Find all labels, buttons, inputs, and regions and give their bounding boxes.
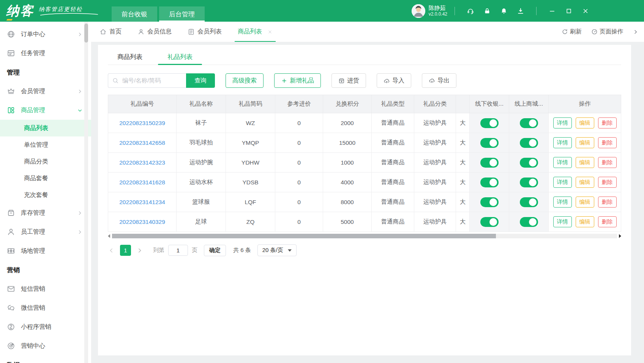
list-type-tab[interactable]: 商品列表 bbox=[108, 49, 152, 65]
cell-category: 运动护具 bbox=[414, 192, 456, 212]
detail-button[interactable]: 详情 bbox=[553, 137, 572, 148]
query-button[interactable]: 查询 bbox=[186, 73, 215, 88]
delete-button[interactable]: 删除 bbox=[598, 197, 617, 208]
close-button[interactable] bbox=[582, 8, 589, 14]
support-icon[interactable] bbox=[467, 7, 474, 15]
scroll-right-icon[interactable] bbox=[619, 234, 621, 238]
sidebar-item[interactable]: 小程序营销 bbox=[0, 317, 91, 336]
toolbar-button[interactable]: 高级搜索 bbox=[226, 73, 264, 88]
sidebar-subitem[interactable]: 商品分类 bbox=[0, 153, 91, 170]
online-toggle-cell bbox=[509, 113, 549, 133]
lock-icon[interactable] bbox=[483, 7, 491, 15]
edit-button[interactable]: 编辑 bbox=[576, 216, 594, 227]
offline-toggle[interactable] bbox=[480, 178, 499, 187]
sidebar-item[interactable]: 微信营销 bbox=[0, 298, 91, 317]
detail-button[interactable]: 详情 bbox=[553, 197, 572, 208]
offline-toggle[interactable] bbox=[480, 217, 499, 227]
sidebar-item[interactable]: 库存管理 bbox=[0, 203, 91, 222]
prev-page-button[interactable] bbox=[108, 247, 115, 254]
gift-id-link[interactable]: 20220823142658 bbox=[108, 133, 177, 153]
online-toggle[interactable] bbox=[520, 178, 538, 187]
detail-button[interactable]: 详情 bbox=[553, 177, 572, 188]
sidebar-subitem[interactable]: 单位管理 bbox=[0, 136, 91, 153]
cloud-down-icon bbox=[429, 78, 435, 84]
chevron-right-icon[interactable] bbox=[633, 29, 639, 35]
task-icon bbox=[7, 49, 15, 57]
sidebar-item[interactable]: 商品管理 bbox=[0, 101, 91, 120]
sidebar-item-label: 会员管理 bbox=[21, 87, 45, 95]
refresh-button[interactable]: 刷新 bbox=[562, 28, 582, 36]
sidebar-subitem[interactable]: 商品列表 bbox=[0, 120, 91, 136]
scroll-left-icon[interactable] bbox=[108, 234, 110, 238]
confirm-page-button[interactable]: 确定 bbox=[204, 245, 226, 256]
edit-button[interactable]: 编辑 bbox=[576, 157, 594, 168]
download-icon[interactable] bbox=[517, 7, 524, 15]
sidebar-item[interactable]: 员工管理 bbox=[0, 222, 91, 241]
offline-toggle[interactable] bbox=[480, 138, 499, 148]
online-toggle[interactable] bbox=[520, 217, 538, 227]
offline-toggle[interactable] bbox=[480, 118, 499, 128]
edit-button[interactable]: 编辑 bbox=[576, 137, 594, 148]
edit-button[interactable]: 编辑 bbox=[576, 117, 594, 128]
sidebar-scrollbar[interactable] bbox=[84, 22, 88, 363]
delete-button[interactable]: 删除 bbox=[598, 177, 617, 188]
sidebar-item[interactable]: 营销中心 bbox=[0, 336, 91, 355]
gift-id-link[interactable]: 20220823141234 bbox=[108, 192, 177, 212]
list-type-tab[interactable]: 礼品列表 bbox=[158, 49, 202, 65]
sidebar-item[interactable]: 会员管理 bbox=[0, 82, 91, 101]
delete-button[interactable]: 删除 bbox=[598, 157, 617, 168]
online-toggle[interactable] bbox=[520, 138, 538, 148]
offline-toggle[interactable] bbox=[480, 197, 499, 207]
page-tab[interactable]: 商品列表 bbox=[238, 22, 273, 42]
gift-id-link[interactable]: 20220823140329 bbox=[108, 212, 177, 232]
minimize-button[interactable] bbox=[549, 8, 556, 14]
sidebar-item[interactable]: 任务管理 bbox=[0, 44, 91, 63]
delete-button[interactable]: 删除 bbox=[598, 137, 617, 148]
current-page-button[interactable]: 1 bbox=[120, 245, 131, 256]
horizontal-scrollbar[interactable] bbox=[108, 233, 621, 239]
detail-button[interactable]: 详情 bbox=[553, 157, 572, 168]
online-toggle[interactable] bbox=[520, 118, 538, 128]
sidebar-item[interactable]: 订单中心 bbox=[0, 25, 91, 44]
gift-id-link[interactable]: 20220823150239 bbox=[108, 113, 177, 133]
maximize-button[interactable] bbox=[565, 8, 572, 14]
plus-button[interactable]: 新增礼品 bbox=[274, 73, 321, 88]
gift-id-link[interactable]: 20220823142323 bbox=[108, 153, 177, 173]
cloud-up-button[interactable]: 导入 bbox=[377, 73, 411, 88]
sidebar-item[interactable]: 场地管理 bbox=[0, 241, 91, 260]
edit-button[interactable]: 编辑 bbox=[576, 177, 594, 188]
next-page-button[interactable] bbox=[136, 247, 143, 254]
page-tab[interactable]: 首页 bbox=[99, 22, 122, 42]
online-toggle[interactable] bbox=[520, 197, 538, 207]
close-small-icon[interactable] bbox=[267, 29, 273, 35]
bell-icon[interactable] bbox=[500, 7, 508, 15]
page-tab[interactable]: 会员信息 bbox=[137, 22, 172, 42]
avatar[interactable] bbox=[412, 4, 425, 18]
sidebar-section-label: 营销 bbox=[0, 260, 91, 279]
scrollbar-track[interactable] bbox=[112, 234, 617, 238]
purchase-button[interactable]: 进货 bbox=[331, 73, 366, 88]
header-mode-tab[interactable]: 后台管理 bbox=[159, 6, 205, 22]
sidebar-section-label: 管理 bbox=[0, 63, 91, 82]
gift-id-link[interactable]: 20220823141628 bbox=[108, 173, 177, 192]
sidebar-subitem[interactable]: 充次套餐 bbox=[0, 187, 91, 203]
sidebar-scrollbar-thumb[interactable] bbox=[84, 24, 88, 43]
detail-button[interactable]: 详情 bbox=[553, 216, 572, 227]
detail-button[interactable]: 详情 bbox=[553, 117, 572, 128]
content-area: 首页会员信息会员列表商品列表 刷新 页面操作 商品列表礼品列表 查询 高 bbox=[91, 22, 644, 363]
delete-button[interactable]: 删除 bbox=[598, 117, 617, 128]
delete-button[interactable]: 删除 bbox=[598, 216, 617, 227]
page-tab[interactable]: 会员列表 bbox=[188, 22, 222, 42]
sidebar-item[interactable]: 短信营销 bbox=[0, 279, 91, 298]
search-input[interactable] bbox=[108, 73, 186, 88]
page-size-select[interactable]: 20 条/页 bbox=[257, 244, 297, 256]
sidebar-subitem[interactable]: 商品套餐 bbox=[0, 170, 91, 187]
online-toggle[interactable] bbox=[520, 158, 538, 168]
edit-button[interactable]: 编辑 bbox=[576, 197, 594, 208]
header-mode-tab[interactable]: 前台收银 bbox=[112, 6, 157, 22]
scrollbar-thumb[interactable] bbox=[112, 234, 496, 238]
page-operations-button[interactable]: 页面操作 bbox=[591, 28, 623, 36]
offline-toggle[interactable] bbox=[480, 158, 499, 168]
cloud-down-button[interactable]: 导出 bbox=[422, 73, 456, 88]
goto-page-input[interactable] bbox=[168, 245, 188, 256]
